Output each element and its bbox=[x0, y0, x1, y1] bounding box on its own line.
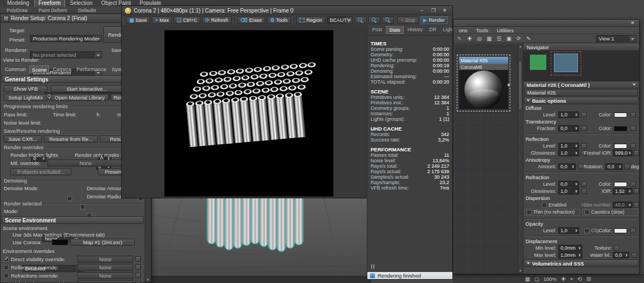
isolate-selection-icon[interactable]: ▦ bbox=[525, 276, 530, 282]
select-tool-icon[interactable]: ↖ bbox=[456, 36, 463, 42]
zoom-extents-icon[interactable]: ⌖ bbox=[570, 276, 573, 282]
direct-visibility-override-checkbox[interactable] bbox=[4, 257, 9, 262]
refraction-level-field[interactable]: 0,0 bbox=[558, 181, 579, 187]
minimize-icon[interactable]: – bbox=[418, 8, 426, 13]
material-editor-titlebar[interactable]: ✕ bbox=[454, 20, 639, 27]
vfb-tab-history[interactable]: History bbox=[405, 26, 426, 34]
channel-dropdown[interactable]: BEAUTY bbox=[327, 16, 353, 24]
refraction-glossiness-field[interactable]: 1,0 bbox=[558, 188, 579, 194]
view-tab-dropdown[interactable]: View 1 bbox=[596, 35, 636, 42]
caustics-checkbox[interactable] bbox=[585, 210, 589, 215]
zoom-tool-icon[interactable]: ◎ bbox=[476, 36, 483, 42]
ribbon-tab-selection[interactable]: Selection bbox=[66, 0, 96, 7]
diffuse-color-swatch[interactable] bbox=[614, 113, 627, 117]
diffuse-color-texture-slot[interactable] bbox=[630, 112, 636, 117]
opacity-color-texture-slot[interactable] bbox=[630, 228, 636, 233]
render-setup-tab-camera[interactable]: Camera bbox=[50, 66, 73, 73]
translucency-texture-slot[interactable] bbox=[581, 126, 587, 131]
scroll-up-icon[interactable]: ▲ bbox=[518, 45, 523, 48]
refraction-color-swatch[interactable] bbox=[614, 182, 627, 187]
material-name-field[interactable]: Material #25 bbox=[524, 89, 638, 96]
zoom-in-button[interactable] bbox=[382, 16, 394, 24]
pan-tool-icon[interactable]: ✚ bbox=[466, 36, 473, 42]
render-setup-tab-performance[interactable]: Performance bbox=[74, 66, 108, 73]
override-slot-refractions-override[interactable]: None bbox=[77, 272, 133, 279]
show-vfb-button[interactable]: Show VFB bbox=[4, 85, 47, 92]
scroll-down-icon[interactable]: ▼ bbox=[145, 278, 151, 281]
chevron-down-icon[interactable] bbox=[633, 84, 636, 87]
volumetrics-sss-rollout[interactable]: Volumetrics and SSS bbox=[524, 260, 639, 267]
save-cxr-button[interactable]: Save CXR... bbox=[4, 135, 42, 143]
navigator-node-thumbnail[interactable] bbox=[530, 55, 546, 70]
override-slot-global-volume-material[interactable]: None bbox=[77, 280, 133, 283]
rotation-texture-slot[interactable] bbox=[624, 164, 630, 169]
render-setup-tab-common[interactable]: Common bbox=[3, 66, 28, 73]
rotation-field[interactable]: 0,0 bbox=[605, 163, 623, 170]
rename-icon[interactable]: ✎ bbox=[525, 36, 532, 42]
orbit-icon[interactable]: ⟲ bbox=[577, 276, 582, 282]
parameter-editor-header[interactable]: Material #25 ( CoronaMtl ) bbox=[523, 81, 639, 89]
menu-item-tools[interactable]: Tools bbox=[476, 27, 488, 33]
reflections-override-checkbox[interactable] bbox=[4, 265, 9, 270]
node-output-socket[interactable] bbox=[507, 83, 511, 87]
selection-lock-icon[interactable]: ◻ bbox=[534, 276, 539, 282]
open-material-library-button[interactable]: Open Material Library bbox=[51, 94, 109, 101]
save-button[interactable]: ▣Save bbox=[126, 16, 150, 24]
pause-icon[interactable] bbox=[371, 264, 374, 269]
setup-lightmix-button[interactable]: Setup LightMix bbox=[4, 94, 47, 101]
tools-button[interactable]: ⚙Tools bbox=[267, 16, 291, 24]
clip-checkbox[interactable] bbox=[585, 228, 589, 233]
override-slot-reflections-override[interactable]: None bbox=[77, 264, 133, 271]
anisotropy-amount-field[interactable]: 0,0 bbox=[558, 163, 576, 170]
environment-map-button[interactable]: Map #1 (2int.exr) bbox=[70, 239, 135, 246]
material-preview-icon[interactable]: ▣ bbox=[505, 36, 512, 42]
translucency-color-swatch[interactable] bbox=[614, 126, 627, 131]
ribbon-tab-modeling[interactable]: Modeling bbox=[3, 0, 33, 7]
refraction-color-texture-slot[interactable] bbox=[630, 181, 636, 187]
abbe-texture-slot[interactable] bbox=[634, 202, 639, 208]
menu-item-utilities[interactable]: Utilities bbox=[497, 27, 514, 33]
material-preview-sphere[interactable] bbox=[459, 70, 508, 109]
selected-cylinder-array[interactable] bbox=[207, 197, 306, 260]
preset-dropdown[interactable]: No preset selected bbox=[30, 51, 102, 58]
vfb-tab-dr[interactable]: DR bbox=[427, 26, 439, 34]
opacity-color-swatch[interactable] bbox=[614, 228, 627, 233]
override-clear-slot[interactable] bbox=[135, 281, 141, 283]
show-grid-icon[interactable]: ▦ bbox=[486, 36, 493, 42]
fresnel-texture-slot[interactable] bbox=[634, 150, 639, 156]
navigator-view-rect[interactable] bbox=[551, 51, 581, 75]
perspective-viewport[interactable] bbox=[151, 197, 371, 276]
pan-icon[interactable]: ✚ bbox=[561, 276, 565, 282]
ribbon-panel-paint-deform[interactable]: Paint Deform bbox=[34, 8, 72, 13]
region-button[interactable]: Region bbox=[296, 16, 325, 24]
vfb-canvas[interactable] bbox=[121, 25, 367, 198]
mtl-override-slot[interactable]: None bbox=[47, 160, 124, 167]
zoom-reset-button[interactable] bbox=[368, 16, 380, 24]
render-setup-tab-scene[interactable]: Scene bbox=[29, 66, 50, 73]
vfb-tab-lightmix[interactable]: LightMix bbox=[440, 26, 453, 34]
diffuse-level-texture-slot[interactable] bbox=[581, 112, 587, 117]
node-view-scrollbar[interactable]: ▲ ▼ bbox=[517, 44, 523, 274]
refraction-level-texture-slot[interactable] bbox=[581, 181, 587, 187]
maximize-viewport-icon[interactable]: ⊞ bbox=[587, 276, 591, 282]
ior-texture-slot[interactable] bbox=[634, 188, 639, 194]
thin-checkbox[interactable] bbox=[527, 210, 532, 215]
stop-button[interactable]: ■Stop bbox=[397, 16, 418, 24]
reflection-color-texture-slot[interactable] bbox=[630, 143, 636, 149]
resume-from-file-button[interactable]: Resume from file... bbox=[44, 135, 98, 143]
reflection-level-texture-slot[interactable] bbox=[581, 143, 587, 149]
environment-color-swatch[interactable] bbox=[52, 239, 68, 245]
maximize-icon[interactable]: ❒ bbox=[429, 8, 438, 13]
material-node[interactable]: Material #25 CoronaMtl bbox=[459, 57, 508, 109]
material-node-title[interactable]: Material #25 bbox=[459, 57, 508, 64]
vfb-tab-post[interactable]: Post bbox=[369, 26, 385, 34]
abbe-number-field[interactable]: 40,0 bbox=[613, 202, 633, 208]
min-level-field[interactable]: 0,0mm bbox=[558, 245, 582, 251]
diffuse-level-field[interactable]: 1,0 bbox=[558, 111, 579, 118]
water-level-field[interactable]: 0,0 bbox=[613, 252, 629, 258]
ribbon-panel-defaults[interactable]: Defaults bbox=[74, 8, 100, 13]
refraction-glossiness-texture-slot[interactable] bbox=[581, 188, 587, 194]
water-texture-slot[interactable] bbox=[631, 252, 637, 258]
reflection-color-swatch[interactable] bbox=[614, 144, 627, 149]
navigator-header[interactable]: Navigator bbox=[523, 44, 639, 51]
